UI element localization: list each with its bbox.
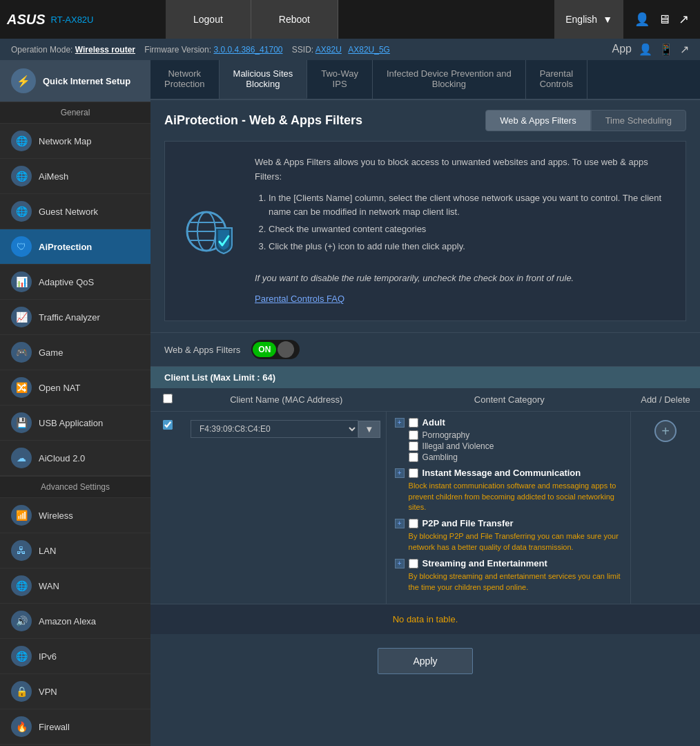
description-box: Web & Apps Filters allows you to block a… (164, 141, 686, 321)
web-apps-filter-toggle[interactable]: ON (251, 340, 300, 359)
network-map-icon: 🌐 (11, 131, 32, 151)
adult-subcategories: Pornography Illegal and Violence Gamblin… (409, 430, 622, 462)
sidebar-label-traffic-analyzer: Traffic Analyzer (39, 312, 100, 323)
view-btn-filters[interactable]: Web & Apps Filters (485, 110, 590, 131)
add-rule-button[interactable]: + (654, 420, 677, 442)
category-streaming: + Streaming and Entertainment By blockin… (395, 558, 622, 593)
view-btn-scheduling[interactable]: Time Scheduling (591, 110, 686, 131)
sidebar-item-traffic-analyzer[interactable]: 📈 Traffic Analyzer (0, 300, 150, 335)
logout-button[interactable]: Logout (166, 0, 251, 39)
instant-message-checkbox[interactable] (409, 468, 418, 478)
ssid-label: SSID: (292, 45, 313, 55)
shield-icon (179, 155, 241, 307)
faq-link[interactable]: Parental Controls FAQ (255, 294, 344, 304)
client-select[interactable]: F4:39:09:C8:C4:E0 (191, 420, 358, 438)
row-content-cell: + Adult Pornography Illegal and Violence (387, 412, 631, 604)
tab-network-protection[interactable]: NetworkProtection (150, 60, 220, 99)
select-all-checkbox-wrapper (150, 394, 185, 405)
streaming-desc: By blocking streaming and entertainment … (409, 571, 622, 593)
user-icon[interactable]: 👤 (634, 12, 650, 27)
app-network-icon[interactable]: ↗ (680, 43, 689, 56)
sidebar-label-aicloud: AiCloud 2.0 (39, 453, 85, 463)
sidebar-item-game[interactable]: 🎮 Game (0, 335, 150, 370)
chevron-down-icon: ▼ (603, 14, 612, 25)
sidebar-item-vpn[interactable]: 🔒 VPN (0, 674, 150, 709)
pornography-label: Pornography (422, 430, 470, 440)
firmware-label: Firmware Version: (144, 45, 211, 55)
share-icon[interactable]: ↗ (679, 12, 689, 27)
tab-two-way-ips[interactable]: Two-WayIPS (307, 60, 373, 99)
sidebar-item-aicloud[interactable]: ☁ AiCloud 2.0 (0, 441, 150, 476)
tab-malicious-sites[interactable]: Malicious SitesBlocking (220, 60, 308, 99)
sidebar-label-vpn: VPN (39, 687, 57, 697)
adult-checkbox[interactable] (409, 418, 418, 428)
ssid-5g[interactable]: AX82U_5G (348, 45, 390, 55)
guest-network-icon: 🌐 (11, 201, 32, 222)
category-instant-message: + Instant Message and Communication Bloc… (395, 468, 622, 513)
sidebar-item-usb-application[interactable]: 💾 USB Application (0, 405, 150, 441)
sidebar-item-lan[interactable]: 🖧 LAN (0, 533, 150, 568)
col-header-client: Client Name (MAC Address) (185, 394, 388, 405)
page-title: AiProtection - Web & Apps Filters (164, 113, 362, 128)
sidebar-label-lan: LAN (39, 546, 56, 556)
ssid-2g[interactable]: AX82U (315, 45, 342, 55)
info-bar: Operation Mode: Wireless router Firmware… (0, 39, 700, 60)
category-adult: + Adult Pornography Illegal and Violence (395, 417, 622, 462)
gambling-item: Gambling (409, 452, 622, 462)
sidebar-item-aiprotection[interactable]: 🛡 AiProtection (0, 229, 150, 265)
sidebar-item-network-map[interactable]: 🌐 Network Map (0, 124, 150, 159)
illegal-violence-checkbox[interactable] (409, 441, 418, 451)
tab-parental-controls[interactable]: ParentalControls (526, 60, 587, 99)
main-layout: ⚡ Quick Internet Setup General 🌐 Network… (0, 60, 700, 746)
row-checkbox[interactable] (163, 420, 173, 430)
desc-step-2: Check the unwanted content categories (269, 222, 672, 237)
select-all-checkbox[interactable] (163, 394, 173, 403)
apply-row: Apply (150, 634, 700, 688)
monitor-icon[interactable]: 🖥 (658, 12, 670, 27)
logo-text: ASUS (7, 12, 46, 28)
pornography-item: Pornography (409, 430, 622, 440)
desc-disable-note: If you want to disable the rule temporar… (255, 271, 672, 286)
sidebar-label-aiprotection: AiProtection (39, 242, 92, 252)
col-header-action: Add / Delete (631, 394, 700, 405)
apply-button[interactable]: Apply (378, 648, 472, 674)
sidebar-label-network-map: Network Map (39, 136, 92, 146)
firmware-value[interactable]: 3.0.0.4.386_41700 (213, 45, 282, 55)
pornography-checkbox[interactable] (409, 430, 418, 440)
sidebar-item-wan[interactable]: 🌐 WAN (0, 568, 150, 604)
sidebar-label-game: Game (39, 347, 63, 358)
category-adult-header: + Adult (395, 417, 622, 428)
sidebar-item-amazon-alexa[interactable]: 🔊 Amazon Alexa (0, 604, 150, 639)
sidebar-item-firewall[interactable]: 🔥 Firewall (0, 709, 150, 745)
sidebar-label-open-nat: Open NAT (39, 383, 80, 393)
p2p-expand-icon[interactable]: + (395, 519, 405, 528)
sidebar-item-quick-setup[interactable]: ⚡ Quick Internet Setup (0, 60, 150, 102)
adult-label: Adult (422, 417, 445, 428)
adult-expand-icon[interactable]: + (395, 418, 405, 428)
wan-icon: 🌐 (11, 575, 32, 596)
client-dropdown-button[interactable]: ▼ (358, 421, 380, 438)
streaming-expand-icon[interactable]: + (395, 559, 405, 568)
category-instant-message-header: + Instant Message and Communication (395, 468, 622, 478)
sidebar-item-ipv6[interactable]: 🌐 IPv6 (0, 639, 150, 674)
amazon-alexa-icon: 🔊 (11, 611, 32, 631)
sidebar-item-wireless[interactable]: 📶 Wireless (0, 498, 150, 533)
p2p-checkbox[interactable] (409, 519, 418, 528)
sidebar-item-adaptive-qos[interactable]: 📊 Adaptive QoS (0, 265, 150, 300)
operation-mode-value: Wireless router (75, 45, 135, 55)
sidebar-item-aimesh[interactable]: 🌐 AiMesh (0, 159, 150, 194)
gambling-checkbox[interactable] (409, 452, 418, 462)
top-nav: Logout Reboot (166, 0, 554, 39)
sidebar-item-guest-network[interactable]: 🌐 Guest Network (0, 194, 150, 229)
instant-message-expand-icon[interactable]: + (395, 468, 405, 478)
sidebar-item-open-nat[interactable]: 🔀 Open NAT (0, 370, 150, 405)
top-icons: 👤 🖥 ↗ (623, 12, 700, 27)
tab-infected-device[interactable]: Infected Device Prevention andBlocking (373, 60, 526, 99)
reboot-button[interactable]: Reboot (251, 0, 338, 39)
app-screen-icon[interactable]: 📱 (659, 43, 673, 56)
language-button[interactable]: English ▼ (554, 0, 623, 39)
sidebar-label-firewall: Firewall (39, 722, 70, 732)
streaming-checkbox[interactable] (409, 559, 418, 568)
p2p-desc: By blocking P2P and File Transferring yo… (409, 531, 622, 553)
app-user-icon[interactable]: 👤 (639, 43, 652, 56)
